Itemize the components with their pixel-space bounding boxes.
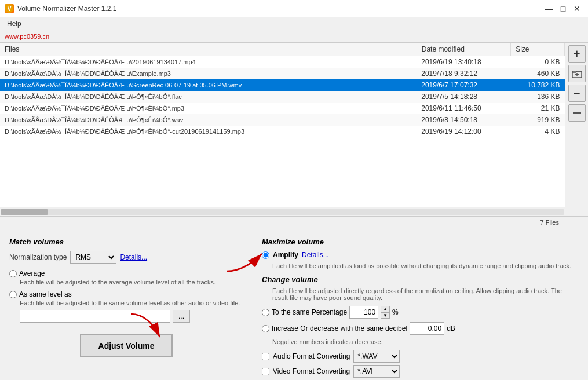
file-path: D:\tools\xÃÂæ\ÐÂ½¯ÎÂ¼b¼ÐD\ÐÂÊÔÂÆ µ\20190…	[0, 56, 417, 68]
amplify-details-link[interactable]: Details...	[302, 251, 329, 259]
file-size: 919 KB	[511, 114, 565, 126]
table-row[interactable]: D:\tools\xÃÂæ\ÐÂ½¯ÎÂ¼b¼ÐD\ÐÂÊÔÂÆ µ\20190…	[0, 56, 565, 68]
video-format-label[interactable]: Video Format Converting	[273, 367, 350, 375]
file-path: D:\tools\xÃÂæ\ÐÂ½¯ÎÂ¼b¼ÐD\ÐÂÊÔÂÆ µ\ÞÓ¶«Ê…	[0, 103, 417, 114]
svg-rect-5	[573, 112, 581, 114]
amplify-label[interactable]: Amplify	[273, 251, 298, 259]
amplify-radio-row: Amplify Details...	[262, 251, 579, 259]
file-size: 4 KB	[511, 126, 565, 137]
average-radio[interactable]	[9, 270, 17, 277]
file-date: 2019/6/8 14:50:18	[417, 114, 510, 126]
decibel-row: Increase Or decrease with the same decib…	[262, 322, 579, 335]
percentage-input[interactable]	[349, 306, 378, 319]
maximize-volume-section: Maximize volume Amplify Details... Each …	[257, 233, 583, 380]
same-level-label[interactable]: As same level as	[19, 290, 72, 298]
amplify-area: Amplify Details... Each file will be amp…	[262, 251, 579, 269]
close-button[interactable]: ✕	[571, 2, 583, 15]
negative-note: Negative numbers indicate a decrease.	[272, 338, 579, 345]
file-list-container: Files Date modified Size D:\tools\xÃÂæ\Ð…	[0, 43, 588, 217]
window-controls: — □ ✕	[543, 2, 583, 15]
file-date: 2019/6/7 17:07:32	[417, 79, 510, 91]
video-format-select[interactable]: *.AVI *.MP4 *.WMV *.MOV	[353, 365, 400, 378]
table-row[interactable]: D:\tools\xÃÂæ\ÐÂ½¯ÎÂ¼b¼ÐD\ÐÂÊÔÂÆ µ\ÞÓ¶«Ê…	[0, 91, 565, 103]
percent-unit: %	[392, 308, 399, 316]
file-path: D:\tools\xÃÂæ\ÐÂ½¯ÎÂ¼b¼ÐD\ÐÂÊÔÂÆ µ\Scree…	[0, 79, 417, 91]
col-header-size: Size	[511, 43, 565, 56]
horizontal-scrollbar[interactable]	[0, 207, 565, 216]
audio-format-checkbox[interactable]	[262, 353, 269, 360]
arrow-to-adjust	[114, 311, 183, 346]
add-file-button[interactable]: +	[568, 45, 586, 63]
menu-help[interactable]: Help	[2, 19, 26, 29]
pct-down-button[interactable]: ▼	[381, 312, 390, 319]
percentage-radio[interactable]	[262, 309, 269, 316]
file-size: 460 KB	[511, 68, 565, 79]
same-level-radio-row: As same level as	[9, 290, 243, 298]
average-radio-group: Average Each file will be adjusted to th…	[9, 269, 243, 286]
app-icon: V	[5, 4, 14, 13]
add-folder-button[interactable]	[568, 65, 586, 82]
average-desc: Each file will be adjusted to the averag…	[20, 279, 243, 286]
file-path: D:\tools\xÃÂæ\ÐÂ½¯ÎÂ¼b¼ÐD\ÐÂÊÔÂÆ µ\ÞÓ¶«Ê…	[0, 91, 417, 103]
table-row[interactable]: D:\tools\xÃÂæ\ÐÂ½¯ÎÂ¼b¼ÐD\ÐÂÊÔÂÆ µ\Scree…	[0, 79, 565, 91]
title-bar: V Volume Normalizer Master 1.2.1 — □ ✕	[0, 0, 588, 17]
video-format-checkbox[interactable]	[262, 368, 269, 375]
file-path: D:\tools\xÃÂæ\ÐÂ½¯ÎÂ¼b¼ÐD\ÐÂÊÔÂÆ µ\ÞÓ¶«Ê…	[0, 114, 417, 126]
video-format-row: Video Format Converting *.AVI *.MP4 *.WM…	[262, 365, 579, 378]
decibel-unit: dB	[447, 324, 455, 332]
table-row[interactable]: D:\tools\xÃÂæ\ÐÂ½¯ÎÂ¼b¼ÐD\ÐÂÊÔÂÆ µ\ÞÓ¶«Ê…	[0, 126, 565, 137]
title-bar-left: V Volume Normalizer Master 1.2.1	[5, 4, 116, 13]
scrollbar-track	[1, 209, 564, 215]
file-size: 136 KB	[511, 91, 565, 103]
format-converting-section: Audio Format Converting *.WAV *.MP3 *.FL…	[262, 350, 579, 378]
remove-file-button[interactable]: −	[568, 85, 586, 102]
audio-format-select[interactable]: *.WAV *.MP3 *.FLAC *.AAC	[353, 350, 400, 363]
change-volume-title: Change volume	[262, 275, 579, 284]
average-radio-row: Average	[9, 269, 243, 277]
percentage-label[interactable]: To the same Percentage	[272, 308, 347, 316]
decibel-input[interactable]	[410, 322, 444, 335]
average-label[interactable]: Average	[19, 269, 45, 277]
amplify-desc: Each file will be amplified as loud as p…	[272, 262, 579, 269]
pct-up-button[interactable]: ▲	[381, 306, 390, 312]
decibel-label[interactable]: Increase Or decrease with the same decib…	[272, 324, 407, 332]
app-title: Volume Normalizer Master 1.2.1	[17, 5, 116, 13]
file-size: 0 KB	[511, 56, 565, 68]
norm-type-select[interactable]: RMS Peak LUFS	[70, 251, 116, 264]
match-volumes-title: Match volumes	[9, 237, 243, 246]
table-row[interactable]: D:\tools\xÃÂæ\ÐÂ½¯ÎÂ¼b¼ÐD\ÐÂÊÔÂÆ µ\ÞÓ¶«Ê…	[0, 114, 565, 126]
table-row[interactable]: D:\tools\xÃÂæ\ÐÂ½¯ÎÂ¼b¼ÐD\ÐÂÊÔÂÆ µ\Examp…	[0, 68, 565, 79]
scrollbar-thumb[interactable]	[1, 209, 48, 215]
remove-all-button[interactable]	[568, 104, 586, 122]
file-count-bar: 7 Files	[0, 217, 588, 228]
audio-format-label[interactable]: Audio Format Converting	[273, 352, 350, 360]
same-level-desc: Each file will be adjusted to the same v…	[20, 299, 243, 306]
file-date: 2019/6/19 13:40:18	[417, 56, 510, 68]
menu-bar: Help	[0, 17, 588, 30]
decibel-radio[interactable]	[262, 325, 269, 332]
file-date: 2019/7/18 9:32:12	[417, 68, 510, 79]
file-count: 7 Files	[540, 219, 559, 226]
file-table: Files Date modified Size D:\tools\xÃÂæ\Ð…	[0, 43, 565, 137]
file-path: D:\tools\xÃÂæ\ÐÂ½¯ÎÂ¼b¼ÐD\ÐÂÊÔÂÆ µ\ÞÓ¶«Ê…	[0, 126, 417, 137]
file-path: D:\tools\xÃÂæ\ÐÂ½¯ÎÂ¼b¼ÐD\ÐÂÊÔÂÆ µ\Examp…	[0, 68, 417, 79]
percentage-spinner: ▲ ▼	[381, 306, 390, 319]
maximize-volume-title: Maximize volume	[262, 237, 579, 246]
col-header-date: Date modified	[417, 43, 510, 56]
bottom-panel: Match volumes Normalization type RMS Pea…	[0, 228, 588, 380]
maximize-button[interactable]: □	[557, 2, 569, 15]
minimize-button[interactable]: —	[543, 2, 556, 15]
svg-text:V: V	[8, 6, 12, 12]
watermark-bar: www.pc0359.cn	[0, 30, 588, 43]
norm-details-link[interactable]: Details...	[120, 253, 147, 261]
same-level-radio[interactable]	[9, 291, 17, 298]
norm-type-label: Normalization type	[9, 253, 67, 261]
file-table-wrapper: Files Date modified Size D:\tools\xÃÂæ\Ð…	[0, 43, 565, 216]
table-row[interactable]: D:\tools\xÃÂæ\ÐÂ½¯ÎÂ¼b¼ÐD\ÐÂÊÔÂÆ µ\ÞÓ¶«Ê…	[0, 103, 565, 114]
col-header-files: Files	[0, 43, 417, 56]
file-date: 2019/7/5 14:18:28	[417, 91, 510, 103]
file-size: 21 KB	[511, 103, 565, 114]
normalization-type-row: Normalization type RMS Peak LUFS Details…	[9, 251, 243, 264]
audio-format-row: Audio Format Converting *.WAV *.MP3 *.FL…	[262, 350, 579, 363]
file-size: 10,782 KB	[511, 79, 565, 91]
